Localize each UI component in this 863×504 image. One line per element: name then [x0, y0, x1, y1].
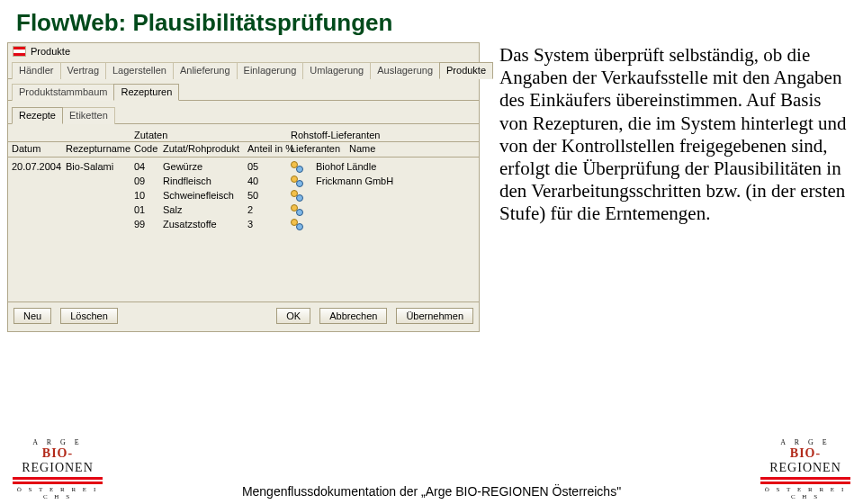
logo-ost: Ö S T E R R E I C H S [13, 486, 103, 500]
tab-vertrag[interactable]: Vertrag [60, 62, 106, 79]
tab-auslagerung[interactable]: Auslagerung [370, 62, 440, 79]
tab-haendler[interactable]: Händler [12, 62, 61, 79]
apply-button[interactable]: Übernehmen [396, 308, 473, 324]
description-text: Das System überprüft selbständig, ob die… [499, 42, 849, 332]
cell-name: Biohof Ländle [316, 161, 475, 172]
cell-name: Frickmann GmbH [316, 176, 475, 186]
cell-anteil: 05 [247, 161, 291, 172]
group-lieferanten: Rohstoff-Lieferanten [291, 130, 380, 140]
table-row[interactable]: 10 Schweinefleisch 50 [12, 188, 475, 202]
new-button[interactable]: Neu [13, 308, 51, 324]
col-datum: Datum [12, 143, 66, 154]
people-icon [291, 190, 304, 201]
group-headers: Zutaten Rohstoff-Lieferanten [8, 124, 479, 142]
people-icon [291, 204, 304, 215]
app-window: Produkte Händler Vertrag Lagerstellen An… [7, 42, 480, 332]
logo-bio: BIO- [42, 446, 73, 460]
cell-code: 99 [134, 219, 163, 230]
cell-anteil: 3 [247, 219, 291, 230]
footer: A R G E BIO-REGIONEN Ö S T E R R E I C H… [0, 438, 863, 500]
tab-rezepturen[interactable]: Rezepturen [113, 84, 179, 101]
col-name: Name [349, 143, 475, 154]
column-headers: Datum Rezepturname Code Zutat/Rohprodukt… [8, 142, 479, 158]
tab-umlagerung[interactable]: Umlagerung [302, 62, 371, 79]
delete-button[interactable]: Löschen [60, 308, 118, 324]
table-row[interactable]: 20.07.2004 Bio-Salami 04 Gewürze 05 Bioh… [12, 159, 475, 174]
cell-recipe: Bio-Salami [66, 161, 134, 172]
people-icon [291, 176, 304, 186]
logo-right: A R G E BIO-REGIONEN Ö S T E R R E I C H… [760, 438, 850, 500]
flag-stripe-icon [760, 477, 850, 484]
cell-date: 20.07.2004 [12, 161, 66, 172]
button-bar: Neu Löschen OK Abbrechen Übernehmen [8, 302, 479, 331]
ok-button[interactable]: OK [276, 308, 310, 324]
logo-regionen: REGIONEN [769, 461, 841, 474]
people-icon [291, 161, 304, 172]
main-tabs: Händler Vertrag Lagerstellen Anlieferung… [8, 61, 479, 79]
lieferanten-icon[interactable] [291, 190, 316, 201]
logo-ost: Ö S T E R R E I C H S [760, 486, 850, 500]
tab-anlieferung[interactable]: Anlieferung [173, 62, 238, 79]
col-zutat: Zutat/Rohprodukt [163, 143, 247, 154]
lieferanten-icon[interactable] [291, 219, 316, 230]
lieferanten-icon[interactable] [291, 204, 316, 215]
logo-arge: A R G E [760, 438, 850, 446]
cell-zutat: Salz [163, 204, 247, 215]
lieferanten-icon[interactable] [291, 176, 316, 186]
cell-zutat: Gewürze [163, 161, 247, 172]
cell-code: 09 [134, 176, 163, 186]
footer-text: Mengenflussdokumentation der „Arge BIO-R… [103, 484, 760, 500]
col-lieferanten: Lieferanten [291, 143, 349, 154]
tab-einlagerung[interactable]: Einlagerung [237, 62, 304, 79]
cell-zutat: Schweinefleisch [163, 190, 247, 201]
tab-produktstammbaum[interactable]: Produktstammbaum [12, 84, 114, 101]
table-row[interactable]: 09 Rindfleisch 40 Frickmann GmbH [12, 174, 475, 188]
sub-tabs: Produktstammbaum Rezepturen [8, 79, 479, 101]
table-body: 20.07.2004 Bio-Salami 04 Gewürze 05 Bioh… [8, 158, 479, 302]
cell-code: 04 [134, 161, 163, 172]
app-icon [13, 46, 26, 57]
cell-zutat: Rindfleisch [163, 176, 247, 186]
logo-regionen: REGIONEN [22, 461, 94, 474]
group-zutaten: Zutaten [134, 130, 291, 140]
lieferanten-icon[interactable] [291, 161, 316, 172]
page-title: FlowWeb: Plausibilitätsprüfungen [0, 0, 863, 42]
app-header: Produkte [8, 43, 479, 59]
cell-zutat: Zusatzstoffe [163, 219, 247, 230]
col-anteil: Anteil in % [247, 143, 291, 154]
window-title: Produkte [31, 46, 70, 57]
inner-tabs: Rezepte Etiketten [8, 101, 479, 124]
content-row: Produkte Händler Vertrag Lagerstellen An… [0, 42, 863, 332]
logo-arge: A R G E [13, 438, 103, 446]
logo-bio: BIO- [790, 446, 821, 460]
tab-lagerstellen[interactable]: Lagerstellen [105, 62, 174, 79]
col-rezepturname: Rezepturname [66, 143, 134, 154]
flag-stripe-icon [13, 477, 103, 484]
cancel-button[interactable]: Abbrechen [319, 308, 387, 324]
cell-code: 10 [134, 190, 163, 201]
cell-anteil: 40 [247, 176, 291, 186]
cell-code: 01 [134, 204, 163, 215]
cell-anteil: 2 [247, 204, 291, 215]
table-row[interactable]: 99 Zusatzstoffe 3 [12, 217, 475, 231]
tab-produkte[interactable]: Produkte [439, 62, 493, 79]
tab-rezepte[interactable]: Rezepte [12, 107, 63, 124]
table-row[interactable]: 01 Salz 2 [12, 202, 475, 217]
cell-anteil: 50 [247, 190, 291, 201]
people-icon [291, 219, 304, 230]
col-code: Code [134, 143, 163, 154]
logo-left: A R G E BIO-REGIONEN Ö S T E R R E I C H… [13, 438, 103, 500]
tab-etiketten[interactable]: Etiketten [62, 107, 115, 124]
